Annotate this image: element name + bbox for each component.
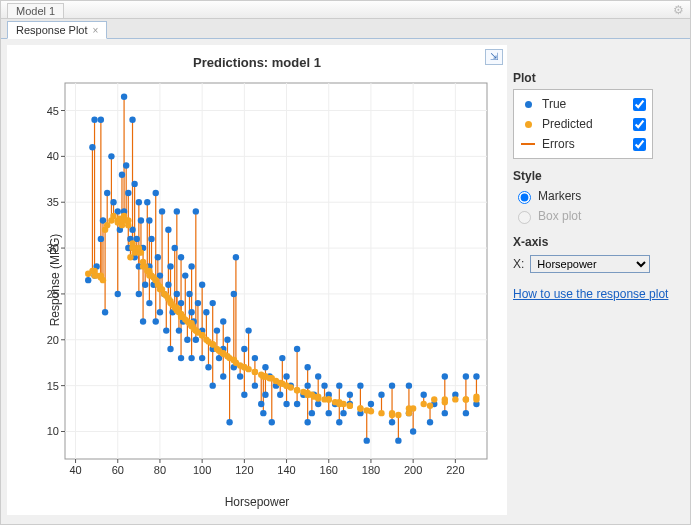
svg-point-465 <box>315 395 321 401</box>
legend-predicted[interactable]: Predicted <box>520 114 646 134</box>
svg-point-236 <box>144 199 150 205</box>
style-boxplot-radio: Box plot <box>513 207 684 225</box>
svg-point-264 <box>184 337 190 343</box>
svg-point-296 <box>252 355 258 361</box>
legend-true-checkbox[interactable] <box>633 98 646 111</box>
legend-true[interactable]: True <box>520 94 646 114</box>
svg-point-335 <box>395 437 401 443</box>
svg-point-488 <box>431 396 437 402</box>
svg-point-207 <box>98 236 104 242</box>
svg-point-290 <box>233 254 239 260</box>
svg-point-342 <box>442 410 448 416</box>
svg-text:60: 60 <box>112 464 124 476</box>
boxplot-radio-input <box>518 211 531 224</box>
svg-point-222 <box>125 190 131 196</box>
svg-point-210 <box>102 309 108 315</box>
svg-point-309 <box>294 401 300 407</box>
svg-point-441 <box>245 366 251 372</box>
svg-point-287 <box>226 419 232 425</box>
svg-point-485 <box>410 405 416 411</box>
svg-text:100: 100 <box>193 464 211 476</box>
svg-point-215 <box>115 291 121 297</box>
svg-point-340 <box>427 419 433 425</box>
svg-point-288 <box>231 291 237 297</box>
svg-point-338 <box>410 428 416 434</box>
svg-point-472 <box>340 401 346 407</box>
svg-point-300 <box>262 392 268 398</box>
svg-point-224 <box>129 116 135 122</box>
svg-point-268 <box>188 263 194 269</box>
close-icon[interactable]: × <box>93 25 99 36</box>
svg-text:220: 220 <box>446 464 464 476</box>
svg-text:10: 10 <box>47 425 59 437</box>
svg-point-443 <box>252 369 258 375</box>
svg-point-266 <box>188 309 194 315</box>
svg-point-242 <box>153 190 159 196</box>
svg-point-481 <box>389 412 395 418</box>
markers-radio-input[interactable] <box>518 191 531 204</box>
tab-label: Response Plot <box>16 24 88 36</box>
svg-point-250 <box>165 227 171 233</box>
svg-point-493 <box>463 396 469 402</box>
svg-point-247 <box>159 208 165 214</box>
svg-point-297 <box>258 401 264 407</box>
svg-point-302 <box>269 419 275 425</box>
svg-point-263 <box>182 272 188 278</box>
svg-point-306 <box>283 401 289 407</box>
svg-point-319 <box>321 382 327 388</box>
svg-point-273 <box>199 355 205 361</box>
svg-point-491 <box>452 396 458 402</box>
svg-point-295 <box>252 382 258 388</box>
model-tab[interactable]: Model 1 <box>7 3 64 18</box>
tab-response-plot[interactable]: Response Plot × <box>7 21 107 39</box>
svg-point-218 <box>121 94 127 100</box>
plot-figure: ⇲ Predictions: model 1 Response (MPG) Ho… <box>7 45 507 515</box>
svg-point-294 <box>245 327 251 333</box>
style-markers-radio[interactable]: Markers <box>513 187 684 205</box>
svg-point-315 <box>309 410 315 416</box>
svg-text:15: 15 <box>47 380 59 392</box>
svg-text:180: 180 <box>362 464 380 476</box>
svg-point-415 <box>188 320 194 326</box>
svg-point-276 <box>203 309 209 315</box>
legend-true-label: True <box>542 97 627 111</box>
svg-point-474 <box>347 403 353 409</box>
svg-point-208 <box>98 116 104 122</box>
svg-point-331 <box>368 401 374 407</box>
svg-point-246 <box>157 309 163 315</box>
svg-point-328 <box>357 382 363 388</box>
svg-text:80: 80 <box>154 464 166 476</box>
help-link[interactable]: How to use the response plot <box>513 287 684 301</box>
svg-point-213 <box>110 199 116 205</box>
svg-point-312 <box>304 382 310 388</box>
svg-point-230 <box>136 199 142 205</box>
svg-point-346 <box>463 373 469 379</box>
svg-point-265 <box>186 291 192 297</box>
svg-point-270 <box>193 208 199 214</box>
xaxis-select[interactable]: Horsepower <box>530 255 650 273</box>
svg-point-267 <box>188 355 194 361</box>
gear-icon[interactable]: ⚙ <box>673 3 684 17</box>
svg-point-277 <box>205 364 211 370</box>
svg-point-333 <box>389 419 395 425</box>
svg-point-324 <box>336 419 342 425</box>
legend-errors[interactable]: Errors <box>520 134 646 154</box>
svg-point-283 <box>220 373 226 379</box>
svg-point-298 <box>260 410 266 416</box>
legend-errors-checkbox[interactable] <box>633 138 646 151</box>
svg-text:20: 20 <box>47 334 59 346</box>
svg-text:40: 40 <box>69 464 81 476</box>
svg-point-252 <box>167 263 173 269</box>
svg-point-271 <box>193 337 199 343</box>
svg-point-203 <box>89 144 95 150</box>
svg-point-356 <box>100 277 106 283</box>
legend-predicted-checkbox[interactable] <box>633 118 646 131</box>
svg-point-330 <box>364 437 370 443</box>
svg-point-345 <box>463 410 469 416</box>
svg-point-348 <box>473 373 479 379</box>
svg-point-318 <box>315 401 321 407</box>
svg-point-217 <box>119 172 125 178</box>
svg-point-317 <box>315 373 321 379</box>
svg-point-468 <box>326 396 332 402</box>
svg-point-279 <box>210 300 216 306</box>
